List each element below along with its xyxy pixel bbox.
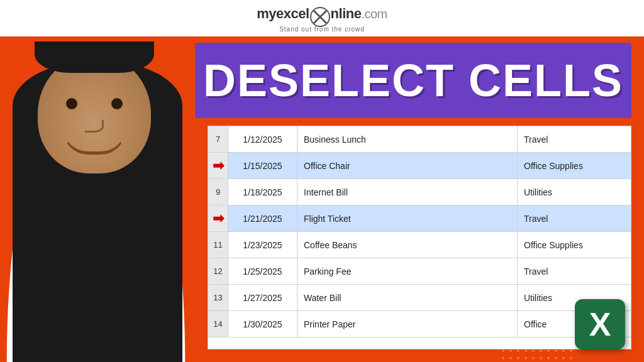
- row-number: 11: [208, 232, 228, 258]
- cell-category[interactable]: Travel: [518, 126, 631, 152]
- cell-date[interactable]: 1/12/2025: [228, 126, 297, 152]
- cell-description[interactable]: Water Bill: [297, 285, 518, 310]
- logo-text: myexcel nline.com: [257, 4, 387, 25]
- cell-description[interactable]: Printer Paper: [297, 311, 518, 337]
- cell-date[interactable]: 1/23/2025: [228, 232, 297, 258]
- table-row[interactable]: 71/12/2025Business LunchTravel: [208, 126, 631, 153]
- person-area: [0, 36, 201, 362]
- excel-logo: X: [575, 299, 625, 349]
- logo-my: my: [257, 5, 276, 21]
- cell-date[interactable]: 1/21/2025: [228, 206, 297, 231]
- cell-description[interactable]: Flight Ticket: [297, 206, 518, 231]
- arrow-icon: ➡: [213, 211, 224, 227]
- table-row[interactable]: 91/18/2025Internet BillUtilities: [208, 179, 631, 206]
- row-number: 14: [208, 311, 228, 337]
- row-number: 13: [208, 285, 228, 310]
- main-container: myexcel nline.com Stand out from the cro…: [0, 0, 644, 362]
- title-area: DESELECT CELLS: [195, 43, 631, 118]
- logo-dotcom: .com: [361, 6, 387, 20]
- logo-icon-wrapper: [310, 7, 330, 27]
- cell-category[interactable]: Travel: [518, 258, 631, 284]
- cell-date[interactable]: 1/18/2025: [228, 179, 297, 205]
- table-row[interactable]: 141/30/2025Printer PaperOffice: [208, 311, 631, 337]
- top-bar: myexcel nline.com Stand out from the cro…: [0, 0, 644, 36]
- cell-category[interactable]: Office Supplies: [518, 153, 631, 178]
- logo-excel: excel: [276, 5, 309, 21]
- spreadsheet: 71/12/2025Business LunchTravel➡1/15/2025…: [208, 126, 631, 349]
- row-number: 7: [208, 126, 228, 152]
- row-number: ➡: [208, 206, 228, 231]
- row-number: ➡: [208, 153, 228, 178]
- cell-description[interactable]: Parking Fee: [297, 258, 518, 284]
- cell-date[interactable]: 1/27/2025: [228, 285, 297, 310]
- cell-date[interactable]: 1/30/2025: [228, 311, 297, 337]
- person-figure: [0, 41, 201, 362]
- cell-description[interactable]: Internet Bill: [297, 179, 518, 205]
- table-row[interactable]: 131/27/2025Water BillUtilities: [208, 285, 631, 311]
- cell-description[interactable]: Business Lunch: [297, 126, 518, 152]
- cell-category[interactable]: Office Supplies: [518, 232, 631, 258]
- cell-description[interactable]: Office Chair: [297, 153, 518, 178]
- table-row[interactable]: 121/25/2025Parking FeeTravel: [208, 258, 631, 285]
- cell-date[interactable]: 1/25/2025: [228, 258, 297, 284]
- cell-date[interactable]: 1/15/2025: [228, 153, 297, 178]
- cell-description[interactable]: Coffee Beans: [297, 232, 518, 258]
- arrow-icon: ➡: [213, 158, 224, 174]
- excel-logo-letter: X: [589, 305, 611, 343]
- main-title: DESELECT CELLS: [203, 55, 623, 106]
- logo-online: nline: [331, 5, 362, 21]
- logo-wrapper: myexcel nline.com Stand out from the cro…: [257, 4, 387, 33]
- cell-category[interactable]: Utilities: [518, 179, 631, 205]
- cell-category[interactable]: Travel: [518, 206, 631, 231]
- table-row[interactable]: ➡1/21/2025Flight TicketTravel: [208, 206, 631, 232]
- person-hair: [35, 41, 154, 73]
- row-number: 12: [208, 258, 228, 284]
- table-row[interactable]: ➡1/15/2025Office ChairOffice Supplies: [208, 153, 631, 179]
- table-row[interactable]: 111/23/2025Coffee BeansOffice Supplies: [208, 232, 631, 258]
- row-number: 9: [208, 179, 228, 205]
